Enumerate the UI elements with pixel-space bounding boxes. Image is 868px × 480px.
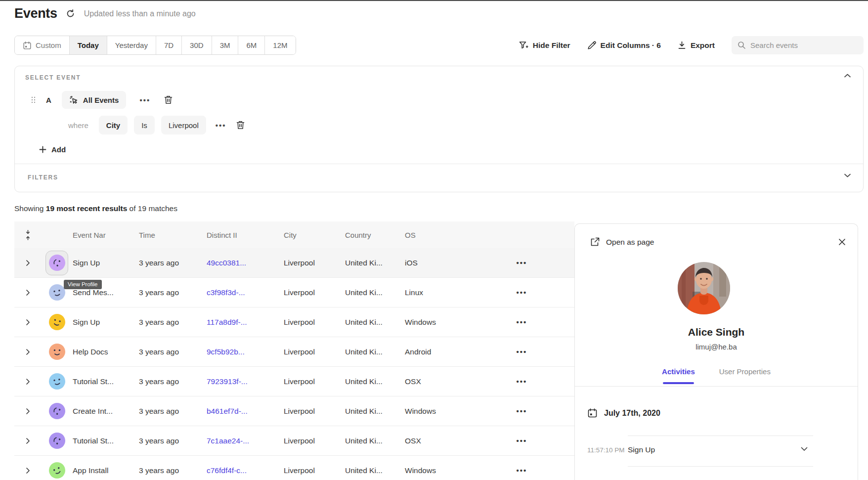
time-cell: 3 years ago	[139, 436, 207, 445]
user-avatar-icon[interactable]	[49, 433, 65, 449]
os-cell: iOS	[405, 259, 469, 267]
window-top-edge	[0, 0, 868, 1]
drag-handle-icon[interactable]	[31, 96, 36, 103]
table-row[interactable]: Tutorial St... 3 years ago 7923913f-... …	[14, 367, 574, 396]
collapse-rows-icon[interactable]	[14, 230, 41, 240]
avatar-cell	[41, 462, 73, 479]
distinct-id-link[interactable]: 7c1aae24-...	[207, 436, 249, 445]
os-cell: Android	[405, 348, 469, 356]
user-avatar-icon[interactable]	[49, 344, 65, 360]
expand-row-chevron-right-icon[interactable]	[14, 467, 41, 474]
where-clause-row: where City Is Liverpool •••	[68, 116, 245, 134]
expand-row-chevron-right-icon[interactable]	[14, 437, 41, 444]
date-range-yesterday[interactable]: Yesterday	[107, 36, 156, 54]
search-events-input[interactable]	[750, 41, 858, 49]
date-range-today[interactable]: Today	[70, 36, 107, 54]
date-range-label: 30D	[190, 41, 204, 49]
updated-status: Updated less than a minute ago	[84, 9, 196, 18]
user-avatar-icon[interactable]	[49, 373, 65, 390]
time-cell: 3 years ago	[139, 466, 207, 475]
event-row-a: A All Events •••	[31, 91, 173, 109]
date-range-6m[interactable]: 6M	[238, 36, 265, 54]
row-more-icon[interactable]: •••	[469, 466, 574, 475]
table-header-row: Event Nar Time Distinct II City Country …	[14, 221, 574, 248]
distinct-id-link[interactable]: c3f98f3d-...	[207, 288, 245, 297]
operator-button[interactable]: Is	[134, 116, 155, 134]
event-row-more-icon[interactable]: •••	[136, 96, 153, 104]
row-more-icon[interactable]: •••	[469, 318, 574, 326]
table-row[interactable]: Tutorial St... 3 years ago 7c1aae24-... …	[14, 426, 574, 456]
user-avatar-icon[interactable]	[49, 403, 65, 419]
events-table: Event Nar Time Distinct II City Country …	[14, 221, 574, 480]
where-row-trash-icon[interactable]	[236, 120, 245, 130]
date-range-7d[interactable]: 7D	[156, 36, 182, 54]
col-header-country[interactable]: Country	[345, 231, 405, 239]
col-header-os[interactable]: OS	[405, 231, 469, 239]
table-row[interactable]: Create Int... 3 years ago b461ef7d-... L…	[14, 396, 574, 426]
event-row-letter: A	[46, 96, 51, 104]
user-avatar-icon[interactable]	[49, 255, 65, 271]
col-header-time[interactable]: Time	[139, 231, 207, 239]
expand-row-chevron-right-icon[interactable]	[14, 378, 41, 385]
row-more-icon[interactable]: •••	[469, 377, 574, 386]
user-avatar-icon[interactable]	[49, 314, 65, 330]
avatar-hover-highlight[interactable]	[45, 251, 68, 275]
toolbar: Hide Filter Edit Columns · 6 Export	[519, 36, 864, 55]
activity-divider-bottom	[628, 466, 813, 467]
expand-row-chevron-right-icon[interactable]	[14, 289, 41, 296]
external-link-icon	[590, 237, 600, 247]
col-header-city[interactable]: City	[284, 231, 345, 239]
distinct-id-link[interactable]: 9cf5b92b...	[207, 348, 245, 356]
expand-row-chevron-right-icon[interactable]	[14, 319, 41, 326]
row-more-icon[interactable]: •••	[469, 288, 574, 297]
col-header-event-name[interactable]: Event Nar	[73, 231, 139, 239]
row-more-icon[interactable]: •••	[469, 348, 574, 356]
table-row[interactable]: Help Docs 3 years ago 9cf5b92b... Liverp…	[14, 337, 574, 367]
property-button[interactable]: City	[99, 116, 128, 134]
row-more-icon[interactable]: •••	[469, 436, 574, 445]
export-button[interactable]: Export	[678, 41, 715, 50]
date-range-custom[interactable]: Custom	[15, 36, 70, 54]
event-row-trash-icon[interactable]	[164, 95, 173, 105]
row-more-icon[interactable]: •••	[469, 259, 574, 267]
where-row-more-icon[interactable]: •••	[213, 121, 229, 130]
hide-filter-button[interactable]: Hide Filter	[519, 41, 570, 50]
distinct-id-link[interactable]: 49cc0381...	[207, 259, 246, 267]
edit-columns-button[interactable]: Edit Columns · 6	[587, 41, 661, 50]
row-more-icon[interactable]: •••	[469, 407, 574, 415]
close-panel-icon[interactable]	[838, 238, 846, 246]
activity-expand-chevron-down-icon[interactable]	[801, 447, 808, 451]
table-row[interactable]: App Install 3 years ago c76fdf4f-c... Li…	[14, 456, 574, 480]
expand-row-chevron-right-icon[interactable]	[14, 349, 41, 355]
user-avatar-icon[interactable]	[49, 284, 65, 301]
user-avatar-icon[interactable]	[49, 462, 65, 479]
add-event-button[interactable]: Add	[39, 145, 66, 154]
distinct-id-link[interactable]: 117a8d9f-...	[207, 318, 247, 326]
expand-row-chevron-right-icon[interactable]	[14, 408, 41, 415]
event-selector-button[interactable]: All Events	[62, 91, 127, 109]
value-button[interactable]: Liverpool	[161, 116, 206, 134]
table-row[interactable]: Sign Up 3 years ago 49cc0381... Liverpoo…	[14, 248, 574, 278]
tab-activities[interactable]: Activities	[662, 367, 695, 382]
download-icon	[678, 41, 686, 49]
distinct-id-link[interactable]: b461ef7d-...	[207, 407, 248, 415]
date-range-30d[interactable]: 30D	[182, 36, 212, 54]
collapse-section-chevron-up-icon[interactable]	[844, 73, 851, 78]
date-range-12m[interactable]: 12M	[265, 36, 295, 54]
expand-filters-chevron-down-icon[interactable]	[844, 173, 851, 178]
distinct-id-link[interactable]: 7923913f-...	[207, 377, 248, 386]
col-header-distinct-id[interactable]: Distinct II	[207, 231, 284, 239]
date-range-3m[interactable]: 3M	[212, 36, 239, 54]
time-cell: 3 years ago	[139, 407, 207, 416]
distinct-id-link[interactable]: c76fdf4f-c...	[207, 466, 247, 475]
expand-row-chevron-right-icon[interactable]	[14, 260, 41, 266]
table-row[interactable]: Sign Up 3 years ago 117a8d9f-... Liverpo…	[14, 307, 574, 337]
open-as-page-button[interactable]: Open as page	[590, 237, 654, 247]
filters-label: FILTERS	[28, 174, 58, 181]
profile-photo[interactable]	[678, 262, 730, 314]
profile-name: Alice Singh	[575, 326, 858, 338]
profile-email: limuj@he.ba	[575, 343, 858, 351]
tab-user-properties[interactable]: User Properties	[719, 367, 771, 382]
card-divider	[15, 164, 863, 164]
refresh-icon[interactable]	[65, 8, 76, 19]
